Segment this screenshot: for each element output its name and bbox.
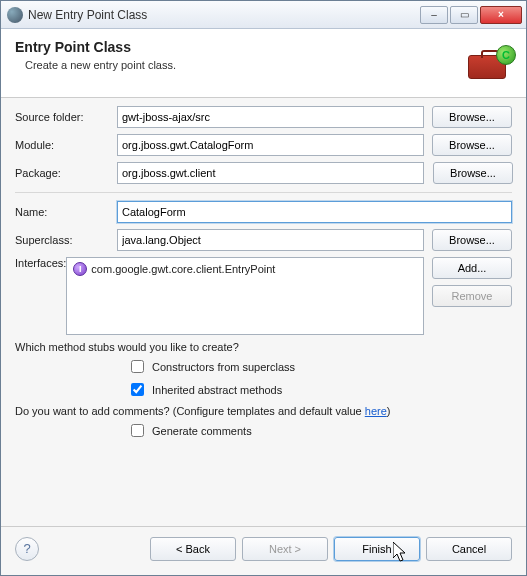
superclass-label: Superclass: xyxy=(15,234,117,246)
wizard-footer: ? < Back Next > Finish Cancel xyxy=(1,526,526,575)
banner-description: Create a new entry point class. xyxy=(25,59,466,71)
next-button[interactable]: Next > xyxy=(242,537,328,561)
module-input[interactable] xyxy=(117,134,424,156)
inherited-checkbox[interactable] xyxy=(131,383,144,396)
superclass-input[interactable] xyxy=(117,229,424,251)
close-button[interactable]: × xyxy=(480,6,522,24)
interfaces-item[interactable]: I com.google.gwt.core.client.EntryPoint xyxy=(73,262,417,276)
comments-question-post: ) xyxy=(387,405,391,417)
maximize-button[interactable]: ▭ xyxy=(450,6,478,24)
constructors-checkbox[interactable] xyxy=(131,360,144,373)
app-icon xyxy=(7,7,23,23)
package-input[interactable] xyxy=(117,162,424,184)
finish-button[interactable]: Finish xyxy=(334,537,420,561)
separator-1 xyxy=(15,192,512,193)
source-folder-input[interactable] xyxy=(117,106,424,128)
package-label: Package: xyxy=(15,167,117,179)
class-badge-icon: C xyxy=(496,45,516,65)
generate-comments-label: Generate comments xyxy=(152,425,252,437)
window-buttons: – ▭ × xyxy=(420,6,522,24)
banner-text: Entry Point Class Create a new entry poi… xyxy=(15,39,466,71)
constructors-label: Constructors from superclass xyxy=(152,361,295,373)
comments-question-pre: Do you want to add comments? (Configure … xyxy=(15,405,365,417)
generate-comments-row: Generate comments xyxy=(127,421,512,440)
configure-templates-link[interactable]: here xyxy=(365,405,387,417)
package-browse-button[interactable]: Browse... xyxy=(433,162,513,184)
superclass-browse-button[interactable]: Browse... xyxy=(432,229,512,251)
dialog-window: New Entry Point Class – ▭ × Entry Point … xyxy=(0,0,527,576)
interface-icon: I xyxy=(73,262,87,276)
interfaces-row: Interfaces: I com.google.gwt.core.client… xyxy=(15,257,512,335)
wizard-content: Source folder: Browse... Module: Browse.… xyxy=(1,98,526,526)
banner-title: Entry Point Class xyxy=(15,39,466,55)
inherited-label: Inherited abstract methods xyxy=(152,384,282,396)
source-folder-row: Source folder: Browse... xyxy=(15,106,512,128)
generate-comments-checkbox[interactable] xyxy=(131,424,144,437)
interfaces-label: Interfaces: xyxy=(15,257,66,269)
back-button[interactable]: < Back xyxy=(150,537,236,561)
name-row: Name: xyxy=(15,201,512,223)
interfaces-add-button[interactable]: Add... xyxy=(432,257,512,279)
interfaces-list[interactable]: I com.google.gwt.core.client.EntryPoint xyxy=(66,257,424,335)
source-folder-browse-button[interactable]: Browse... xyxy=(432,106,512,128)
interfaces-item-label: com.google.gwt.core.client.EntryPoint xyxy=(91,263,275,275)
window-title: New Entry Point Class xyxy=(28,8,420,22)
interfaces-remove-button[interactable]: Remove xyxy=(432,285,512,307)
name-label: Name: xyxy=(15,206,117,218)
help-button[interactable]: ? xyxy=(15,537,39,561)
interfaces-side-buttons: Add... Remove xyxy=(424,257,512,313)
module-row: Module: Browse... xyxy=(15,134,512,156)
source-folder-label: Source folder: xyxy=(15,111,117,123)
module-browse-button[interactable]: Browse... xyxy=(432,134,512,156)
package-row: Package: Browse... xyxy=(15,162,512,184)
inherited-check-row: Inherited abstract methods xyxy=(127,380,512,399)
banner-icon: C xyxy=(466,45,514,85)
name-input[interactable] xyxy=(117,201,512,223)
minimize-button[interactable]: – xyxy=(420,6,448,24)
stubs-question: Which method stubs would you like to cre… xyxy=(15,341,512,353)
wizard-banner: Entry Point Class Create a new entry poi… xyxy=(1,29,526,98)
superclass-row: Superclass: Browse... xyxy=(15,229,512,251)
constructors-check-row: Constructors from superclass xyxy=(127,357,512,376)
cancel-button[interactable]: Cancel xyxy=(426,537,512,561)
comments-question: Do you want to add comments? (Configure … xyxy=(15,405,512,417)
module-label: Module: xyxy=(15,139,117,151)
titlebar: New Entry Point Class – ▭ × xyxy=(1,1,526,29)
